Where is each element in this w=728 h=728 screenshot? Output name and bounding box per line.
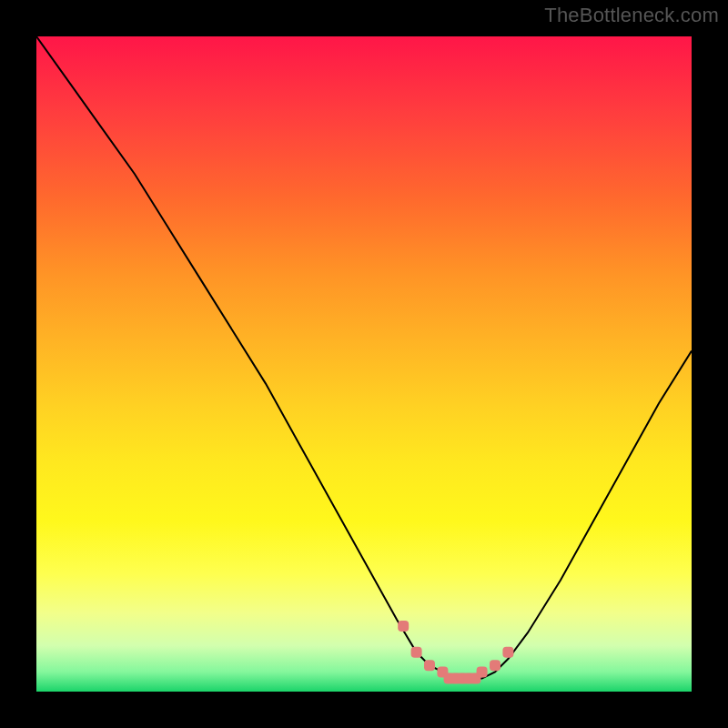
attribution-text: TheBottleneck.com <box>544 4 719 27</box>
marker-point <box>490 660 500 671</box>
chart-frame: TheBottleneck.com <box>0 0 728 728</box>
marker-point <box>477 666 488 677</box>
chart-svg <box>36 36 692 692</box>
marker-point <box>502 647 513 658</box>
marker-point <box>398 621 409 632</box>
plot-area <box>36 36 692 692</box>
bottleneck-curve <box>36 36 692 679</box>
marker-point <box>411 647 422 658</box>
optimal-range-markers <box>398 621 513 684</box>
marker-point <box>424 660 435 671</box>
